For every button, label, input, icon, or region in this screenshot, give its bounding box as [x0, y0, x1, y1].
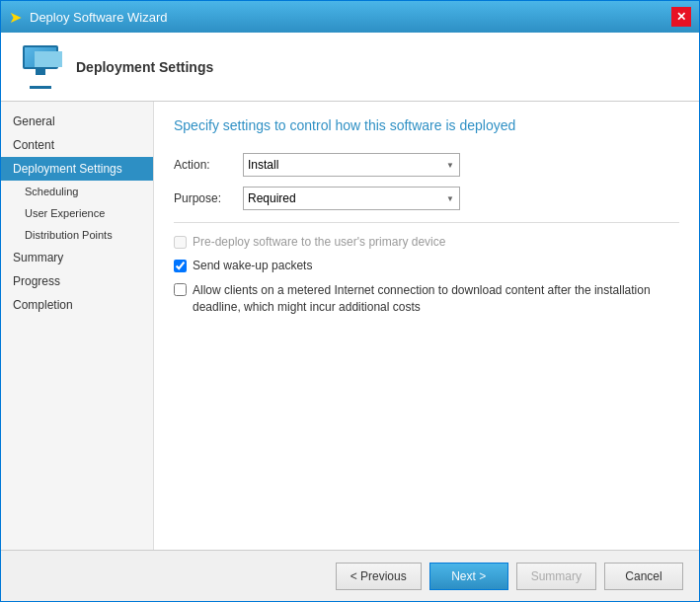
metered-row: Allow clients on a metered Internet conn… [174, 282, 679, 316]
monitor-shape [23, 45, 58, 69]
sidebar-item-user-experience[interactable]: User Experience [1, 202, 153, 224]
metered-label: Allow clients on a metered Internet conn… [193, 282, 679, 316]
sidebar: General Content Deployment Settings Sche… [1, 102, 154, 550]
action-row: Action: Install [174, 153, 679, 177]
title-bar-title: Deploy Software Wizard [30, 10, 167, 25]
summary-button[interactable]: Summary [516, 563, 596, 590]
purpose-select[interactable]: Required Available [243, 187, 460, 210]
purpose-label: Purpose: [174, 191, 243, 205]
sidebar-item-summary[interactable]: Summary [1, 246, 153, 269]
predeploy-label: Pre-deploy software to the user's primar… [193, 235, 445, 249]
action-label: Action: [174, 158, 243, 172]
sidebar-item-scheduling[interactable]: Scheduling [1, 181, 153, 202]
header-section: Deployment Settings [1, 33, 699, 102]
title-bar: ➤ Deploy Software Wizard ✕ [1, 1, 699, 33]
sidebar-item-distribution-points[interactable]: Distribution Points [1, 224, 153, 246]
predeploy-row: Pre-deploy software to the user's primar… [174, 235, 679, 249]
wizard-window: ➤ Deploy Software Wizard ✕ Deployment Se… [0, 0, 700, 602]
footer: < Previous Next > Summary Cancel [1, 550, 699, 601]
divider [174, 222, 679, 223]
sidebar-item-general[interactable]: General [1, 110, 153, 133]
previous-button[interactable]: < Previous [336, 563, 422, 590]
sidebar-item-progress[interactable]: Progress [1, 269, 153, 293]
wakeup-row: Send wake-up packets [174, 259, 679, 272]
purpose-select-wrapper: Required Available [243, 187, 460, 210]
close-button[interactable]: ✕ [671, 7, 691, 27]
predeploy-checkbox[interactable] [174, 236, 187, 249]
monitor-base [30, 86, 51, 89]
metered-checkbox[interactable] [174, 283, 187, 296]
wakeup-checkbox[interactable] [174, 260, 187, 272]
header-title: Deployment Settings [76, 59, 213, 75]
computer-icon [17, 43, 64, 91]
purpose-row: Purpose: Required Available [174, 187, 679, 210]
action-select-wrapper: Install [243, 153, 460, 177]
title-bar-left: ➤ Deploy Software Wizard [9, 8, 167, 27]
monitor-screen [35, 51, 62, 67]
content-area: General Content Deployment Settings Sche… [1, 102, 699, 550]
sidebar-item-deployment-settings[interactable]: Deployment Settings [1, 157, 153, 181]
wakeup-label: Send wake-up packets [193, 259, 312, 272]
title-bar-icon: ➤ [9, 8, 22, 27]
sidebar-item-completion[interactable]: Completion [1, 293, 153, 317]
main-heading: Specify settings to control how this sof… [174, 117, 679, 133]
cancel-button[interactable]: Cancel [604, 563, 683, 590]
sidebar-item-content[interactable]: Content [1, 133, 153, 157]
main-content: Specify settings to control how this sof… [154, 102, 699, 550]
next-button[interactable]: Next > [429, 563, 508, 590]
action-select[interactable]: Install [243, 153, 460, 177]
